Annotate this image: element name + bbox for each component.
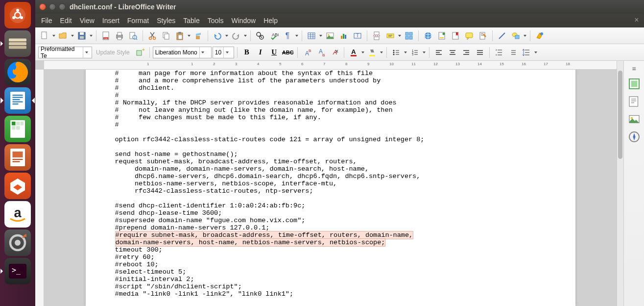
insert-table-dropdown[interactable]: [319, 35, 323, 37]
new-document-button[interactable]: [38, 29, 51, 42]
paste-button[interactable]: [173, 29, 186, 42]
launcher-firefox[interactable]: [4, 59, 31, 85]
font-size-combo[interactable]: 10: [213, 47, 234, 58]
align-center-button[interactable]: [446, 46, 459, 59]
paste-dropdown[interactable]: [187, 35, 191, 37]
basic-shapes-dropdown[interactable]: [523, 35, 527, 37]
document-text[interactable]: # man page for more information about th…: [115, 70, 546, 298]
launcher-impress[interactable]: [4, 144, 31, 171]
launcher-files[interactable]: [4, 30, 31, 57]
export-pdf-button[interactable]: PDF: [99, 29, 112, 42]
superscript-button[interactable]: AB: [301, 46, 313, 59]
menu-table[interactable]: Table: [179, 15, 203, 26]
align-justify-button[interactable]: [474, 46, 486, 59]
bullet-list-button[interactable]: [390, 46, 403, 59]
track-changes-button[interactable]: [477, 29, 489, 42]
open-button[interactable]: [57, 29, 70, 42]
redo-dropdown[interactable]: [243, 35, 247, 37]
basic-shapes-button[interactable]: [509, 29, 522, 42]
launcher-settings[interactable]: [4, 230, 31, 256]
insert-field-button[interactable]: [384, 29, 397, 42]
menu-format[interactable]: Format: [123, 15, 153, 26]
launcher-writer[interactable]: [4, 87, 31, 114]
menu-tools[interactable]: Tools: [204, 15, 228, 26]
window-minimize-button[interactable]: [49, 3, 56, 10]
launcher-dash[interactable]: [4, 2, 31, 28]
insert-special-char-button[interactable]: [403, 29, 415, 42]
open-dropdown[interactable]: [71, 35, 74, 37]
insert-line-button[interactable]: [496, 29, 508, 42]
window-maximize-button[interactable]: [59, 3, 66, 10]
formatting-marks-dropdown[interactable]: [295, 35, 299, 37]
save-button[interactable]: [75, 29, 88, 42]
document-scroll[interactable]: # man page for more information about th…: [35, 70, 617, 306]
sidebar-settings-icon[interactable]: ≡: [624, 64, 644, 74]
spellcheck-button[interactable]: ABC: [267, 29, 280, 42]
insert-field-dropdown[interactable]: [398, 35, 402, 37]
paragraph-style-dropdown[interactable]: [83, 47, 90, 58]
bullet-list-dropdown[interactable]: [404, 51, 407, 53]
menu-styles[interactable]: Styles: [153, 15, 179, 26]
window-close-button[interactable]: [39, 3, 46, 10]
menu-insert[interactable]: Insert: [98, 15, 123, 26]
cut-button[interactable]: [146, 29, 159, 42]
insert-bookmark-button[interactable]: [449, 29, 462, 42]
subscript-button[interactable]: AB: [314, 46, 327, 59]
copy-button[interactable]: [160, 29, 172, 42]
new-document-dropdown[interactable]: [52, 35, 56, 37]
font-name-combo[interactable]: Liberation Mono: [153, 47, 212, 58]
menu-window[interactable]: Window: [227, 15, 260, 26]
vertical-ruler[interactable]: [35, 70, 44, 306]
underline-button[interactable]: U: [268, 46, 281, 59]
align-left-button[interactable]: [432, 46, 445, 59]
decrease-spacing-button[interactable]: [506, 46, 519, 59]
number-list-button[interactable]: 123: [408, 46, 421, 59]
print-preview-button[interactable]: [127, 29, 140, 42]
insert-chart-button[interactable]: [337, 29, 350, 42]
launcher-terminal[interactable]: >_: [4, 258, 31, 284]
bold-button[interactable]: B: [240, 46, 253, 59]
menu-help[interactable]: Help: [260, 15, 282, 26]
insert-image-button[interactable]: [324, 29, 336, 42]
update-style-button[interactable]: Update Style: [93, 49, 133, 56]
sidebar-styles-button[interactable]: [627, 94, 642, 109]
italic-button[interactable]: I: [254, 46, 267, 59]
save-dropdown[interactable]: [89, 35, 93, 37]
highlight-color-dropdown[interactable]: [380, 51, 383, 53]
insert-table-button[interactable]: [305, 29, 318, 42]
insert-textbox-button[interactable]: T: [351, 29, 364, 42]
print-button[interactable]: [113, 29, 126, 42]
font-name-dropdown[interactable]: [199, 47, 206, 58]
show-draw-functions-button[interactable]: [533, 29, 546, 42]
scrollbar-thumb[interactable]: [618, 71, 622, 159]
formatting-marks-button[interactable]: ¶: [281, 29, 294, 42]
horizontal-ruler[interactable]: 1 1 2 3 4 5 6 7 8 9 10 11 12 13 14 15 16…: [44, 61, 617, 70]
line-spacing-button[interactable]: [520, 46, 533, 59]
find-replace-button[interactable]: [254, 29, 266, 42]
launcher-software[interactable]: [4, 173, 31, 199]
number-list-dropdown[interactable]: [422, 51, 426, 53]
launcher-amazon[interactable]: a: [4, 201, 31, 228]
font-color-button[interactable]: A: [347, 46, 360, 59]
increase-spacing-button[interactable]: [493, 46, 505, 59]
insert-comment-button[interactable]: [463, 29, 476, 42]
launcher-calc[interactable]: [4, 116, 31, 142]
undo-button[interactable]: [211, 29, 224, 42]
vertical-scrollbar[interactable]: [617, 61, 623, 306]
undo-dropdown[interactable]: [225, 35, 229, 37]
align-right-button[interactable]: [460, 46, 473, 59]
font-size-dropdown[interactable]: [223, 47, 230, 58]
insert-footnote-button[interactable]: [435, 29, 448, 42]
insert-pagebreak-button[interactable]: [370, 29, 383, 42]
strikethrough-button[interactable]: ABC: [282, 46, 294, 59]
close-document-button[interactable]: ×: [632, 16, 641, 25]
font-color-dropdown[interactable]: [361, 51, 365, 53]
highlight-color-button[interactable]: [366, 46, 379, 59]
new-style-button[interactable]: +: [134, 46, 146, 59]
clone-formatting-button[interactable]: [192, 29, 205, 42]
sidebar-gallery-button[interactable]: [627, 112, 642, 127]
paragraph-style-combo[interactable]: Preformatted Te: [38, 47, 92, 58]
clear-formatting-button[interactable]: A: [328, 46, 341, 59]
insert-hyperlink-button[interactable]: [422, 29, 434, 42]
menu-file[interactable]: File: [37, 15, 56, 26]
